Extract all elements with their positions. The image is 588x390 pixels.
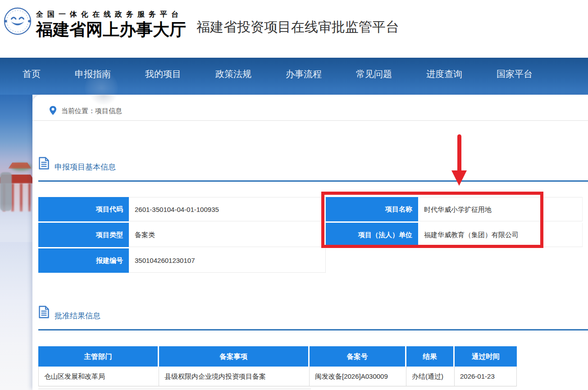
nav-item-process[interactable]: 办事流程 [286,68,322,80]
field-value-project-type: 备案类 [129,223,326,247]
location-pin-icon [50,106,56,115]
table-cell-pass-date: 2026-01-23 [455,367,517,386]
nav-items: 首页 申报指南 我的项目 政策法规 办事流程 常见问题 进度查询 国家平台 [23,68,533,80]
red-box-annotation [321,192,543,248]
platform-title: 福建省投资项目在线审批监管平台 [196,18,399,37]
column-header-filing-item: 备案事项 [159,346,310,367]
nav-item-home[interactable]: 首页 [23,68,41,80]
document-icon [39,157,49,170]
breadcrumb-divider [32,120,588,121]
field-value-build-number: 3501042601230107 [129,248,326,273]
section-title-approval-result: 批准结果信息 [55,311,100,321]
section-underline [38,329,588,330]
site-header: 全国一体化在线政务服务平台 福建省网上办事大厅 福建省投资项目在线审批监管平台 [0,0,588,58]
nav-item-national-platform[interactable]: 国家平台 [497,68,533,80]
field-label-project-type: 项目类型 [38,223,129,247]
section-underline [38,180,588,182]
background-scenery [0,95,32,390]
nav-item-declare-guide[interactable]: 申报指南 [75,68,111,80]
breadcrumb-prefix: 当前位置： [61,107,95,115]
table-cell-department: 仓山区发展和改革局 [38,367,159,386]
field-value-project-code: 2601-350104-04-01-100935 [129,197,326,221]
breadcrumb: 当前位置：项目信息 [61,107,122,115]
nav-item-progress-query[interactable]: 进度查询 [426,68,462,80]
column-header-pass-date: 通过时间 [455,346,517,367]
red-arrow-head-icon [451,170,467,186]
field-label-build-number: 报建编号 [38,248,129,273]
column-header-filing-number: 备案号 [310,346,406,367]
document-icon [39,306,49,318]
main-nav: 首页 申报指南 我的项目 政策法规 办事流程 常见问题 进度查询 国家平台 [0,58,588,95]
breadcrumb-current: 项目信息 [95,107,122,115]
nav-item-policies[interactable]: 政策法规 [215,68,251,80]
field-label-project-code: 项目代码 [38,197,129,221]
table-cell-filing-number: 闽发改备[2026]A030009 [310,367,406,386]
nav-item-my-projects[interactable]: 我的项目 [145,68,181,80]
table-cell-result: 办结(通过) [406,367,455,386]
red-arrow-annotation [457,134,461,173]
background-temple-upper-roof [8,161,32,169]
background-haze [0,204,32,242]
gov-seal-logo-icon [4,7,32,35]
column-header-department: 主管部门 [38,346,159,367]
section-title-basic-info: 申报项目基本信息 [55,162,116,172]
site-logo-text: 全国一体化在线政务服务平台 福建省网上办事大厅 [36,10,186,39]
nav-watermark-base [90,95,117,106]
table-cell-filing-item: 县级权限内企业境内投资项目备案 [159,367,310,386]
nav-item-faq[interactable]: 常见问题 [356,68,392,80]
logo-tagline: 全国一体化在线政务服务平台 [36,10,186,19]
table-next-row-edge [38,389,311,389]
column-header-result: 结果 [406,346,455,367]
logo-title: 福建省网上办事大厅 [36,21,186,39]
